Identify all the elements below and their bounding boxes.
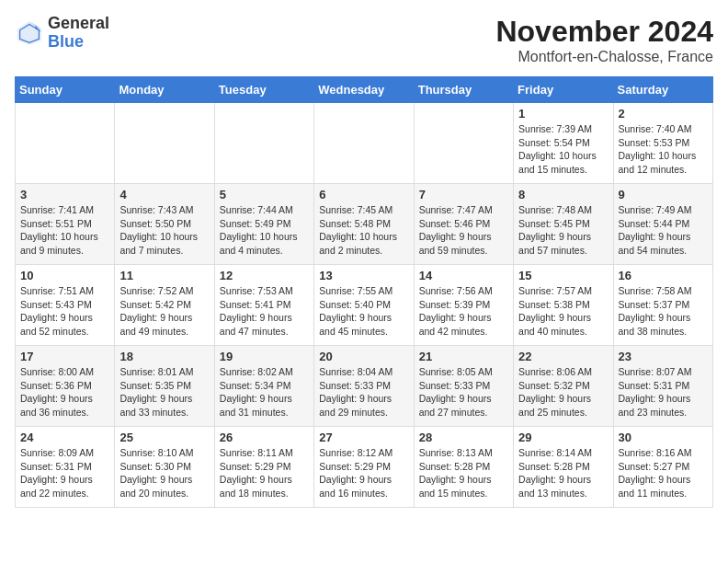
day-info: Sunrise: 8:14 AMSunset: 5:28 PMDaylight:… bbox=[518, 446, 608, 500]
day-info: Sunrise: 8:07 AMSunset: 5:31 PMDaylight:… bbox=[619, 365, 708, 419]
day-number: 4 bbox=[119, 188, 209, 201]
header-tuesday: Tuesday bbox=[214, 77, 313, 103]
table-row: 26 Sunrise: 8:11 AMSunset: 5:29 PMDaylig… bbox=[214, 427, 313, 508]
day-number: 3 bbox=[20, 188, 109, 201]
table-row: 8 Sunrise: 7:48 AMSunset: 5:45 PMDayligh… bbox=[514, 184, 613, 265]
table-row: 15 Sunrise: 7:57 AMSunset: 5:38 PMDaylig… bbox=[514, 265, 613, 346]
table-row bbox=[115, 103, 214, 184]
table-row: 3 Sunrise: 7:41 AMSunset: 5:51 PMDayligh… bbox=[16, 184, 115, 265]
header-sunday: Sunday bbox=[16, 77, 115, 103]
day-number: 5 bbox=[220, 188, 309, 201]
day-number: 21 bbox=[419, 350, 508, 363]
day-number: 26 bbox=[220, 431, 309, 444]
day-info: Sunrise: 8:11 AMSunset: 5:29 PMDaylight:… bbox=[220, 446, 309, 500]
day-number: 29 bbox=[518, 431, 608, 444]
table-row: 13 Sunrise: 7:55 AMSunset: 5:40 PMDaylig… bbox=[314, 265, 414, 346]
calendar-week-row: 1 Sunrise: 7:39 AMSunset: 5:54 PMDayligh… bbox=[16, 103, 713, 184]
day-info: Sunrise: 8:10 AMSunset: 5:30 PMDaylight:… bbox=[119, 446, 209, 500]
day-number: 13 bbox=[319, 269, 408, 282]
day-info: Sunrise: 7:45 AMSunset: 5:48 PMDaylight:… bbox=[319, 203, 408, 258]
day-number: 28 bbox=[419, 431, 508, 444]
table-row: 24 Sunrise: 8:09 AMSunset: 5:31 PMDaylig… bbox=[16, 427, 115, 508]
table-row: 5 Sunrise: 7:44 AMSunset: 5:49 PMDayligh… bbox=[214, 184, 313, 265]
table-row: 27 Sunrise: 8:12 AMSunset: 5:29 PMDaylig… bbox=[314, 427, 414, 508]
day-number: 16 bbox=[619, 269, 708, 282]
day-number: 17 bbox=[20, 350, 109, 363]
day-info: Sunrise: 8:02 AMSunset: 5:34 PMDaylight:… bbox=[220, 365, 309, 419]
day-number: 8 bbox=[518, 188, 608, 201]
day-info: Sunrise: 8:12 AMSunset: 5:29 PMDaylight:… bbox=[319, 446, 408, 500]
day-number: 20 bbox=[319, 350, 408, 363]
page-header: General Blue November 2024 Montfort-en-C… bbox=[15, 15, 713, 65]
day-info: Sunrise: 8:05 AMSunset: 5:33 PMDaylight:… bbox=[419, 365, 508, 419]
day-info: Sunrise: 7:51 AMSunset: 5:43 PMDaylight:… bbox=[20, 284, 109, 339]
header-saturday: Saturday bbox=[613, 77, 712, 103]
table-row: 11 Sunrise: 7:52 AMSunset: 5:42 PMDaylig… bbox=[115, 265, 214, 346]
header-wednesday: Wednesday bbox=[314, 77, 414, 103]
day-info: Sunrise: 8:00 AMSunset: 5:36 PMDaylight:… bbox=[20, 365, 109, 419]
table-row: 4 Sunrise: 7:43 AMSunset: 5:50 PMDayligh… bbox=[115, 184, 214, 265]
table-row: 28 Sunrise: 8:13 AMSunset: 5:28 PMDaylig… bbox=[414, 427, 513, 508]
day-number: 10 bbox=[20, 269, 109, 282]
day-number: 23 bbox=[619, 350, 708, 363]
day-info: Sunrise: 7:52 AMSunset: 5:42 PMDaylight:… bbox=[119, 284, 209, 339]
table-row bbox=[214, 103, 313, 184]
logo: General Blue bbox=[15, 15, 109, 52]
day-info: Sunrise: 7:57 AMSunset: 5:38 PMDaylight:… bbox=[518, 284, 608, 339]
day-number: 6 bbox=[319, 188, 408, 201]
table-row: 9 Sunrise: 7:49 AMSunset: 5:44 PMDayligh… bbox=[613, 184, 712, 265]
table-row: 19 Sunrise: 8:02 AMSunset: 5:34 PMDaylig… bbox=[214, 346, 313, 427]
table-row: 30 Sunrise: 8:16 AMSunset: 5:27 PMDaylig… bbox=[613, 427, 712, 508]
day-number: 30 bbox=[619, 431, 708, 444]
table-row bbox=[314, 103, 414, 184]
calendar-table: Sunday Monday Tuesday Wednesday Thursday… bbox=[15, 76, 713, 508]
table-row: 16 Sunrise: 7:58 AMSunset: 5:37 PMDaylig… bbox=[613, 265, 712, 346]
calendar-header-row: Sunday Monday Tuesday Wednesday Thursday… bbox=[16, 77, 713, 103]
day-info: Sunrise: 8:13 AMSunset: 5:28 PMDaylight:… bbox=[419, 446, 508, 500]
header-monday: Monday bbox=[115, 77, 214, 103]
table-row: 12 Sunrise: 7:53 AMSunset: 5:41 PMDaylig… bbox=[214, 265, 313, 346]
day-number: 14 bbox=[419, 269, 508, 282]
day-number: 27 bbox=[319, 431, 408, 444]
table-row bbox=[414, 103, 513, 184]
day-info: Sunrise: 7:40 AMSunset: 5:53 PMDaylight:… bbox=[619, 122, 708, 177]
day-info: Sunrise: 8:06 AMSunset: 5:32 PMDaylight:… bbox=[518, 365, 608, 419]
table-row: 10 Sunrise: 7:51 AMSunset: 5:43 PMDaylig… bbox=[16, 265, 115, 346]
day-info: Sunrise: 7:56 AMSunset: 5:39 PMDaylight:… bbox=[419, 284, 508, 339]
day-info: Sunrise: 7:39 AMSunset: 5:54 PMDaylight:… bbox=[518, 122, 608, 177]
header-friday: Friday bbox=[514, 77, 613, 103]
table-row: 20 Sunrise: 8:04 AMSunset: 5:33 PMDaylig… bbox=[314, 346, 414, 427]
day-info: Sunrise: 8:01 AMSunset: 5:35 PMDaylight:… bbox=[119, 365, 209, 419]
day-info: Sunrise: 7:48 AMSunset: 5:45 PMDaylight:… bbox=[518, 203, 608, 258]
day-info: Sunrise: 7:44 AMSunset: 5:49 PMDaylight:… bbox=[220, 203, 309, 258]
day-info: Sunrise: 7:58 AMSunset: 5:37 PMDaylight:… bbox=[619, 284, 708, 339]
month-title: November 2024 bbox=[495, 15, 713, 49]
day-number: 15 bbox=[518, 269, 608, 282]
logo-text: General Blue bbox=[48, 15, 109, 52]
logo-icon bbox=[15, 18, 44, 48]
table-row: 14 Sunrise: 7:56 AMSunset: 5:39 PMDaylig… bbox=[414, 265, 513, 346]
calendar-week-row: 10 Sunrise: 7:51 AMSunset: 5:43 PMDaylig… bbox=[16, 265, 713, 346]
calendar-week-row: 3 Sunrise: 7:41 AMSunset: 5:51 PMDayligh… bbox=[16, 184, 713, 265]
day-info: Sunrise: 8:04 AMSunset: 5:33 PMDaylight:… bbox=[319, 365, 408, 419]
day-info: Sunrise: 7:43 AMSunset: 5:50 PMDaylight:… bbox=[119, 203, 209, 258]
table-row: 25 Sunrise: 8:10 AMSunset: 5:30 PMDaylig… bbox=[115, 427, 214, 508]
table-row: 1 Sunrise: 7:39 AMSunset: 5:54 PMDayligh… bbox=[514, 103, 613, 184]
day-info: Sunrise: 7:55 AMSunset: 5:40 PMDaylight:… bbox=[319, 284, 408, 339]
day-info: Sunrise: 8:09 AMSunset: 5:31 PMDaylight:… bbox=[20, 446, 109, 500]
table-row: 22 Sunrise: 8:06 AMSunset: 5:32 PMDaylig… bbox=[514, 346, 613, 427]
day-info: Sunrise: 7:49 AMSunset: 5:44 PMDaylight:… bbox=[619, 203, 708, 258]
day-number: 25 bbox=[119, 431, 209, 444]
day-number: 19 bbox=[220, 350, 309, 363]
location-title: Montfort-en-Chalosse, France bbox=[495, 49, 713, 65]
calendar-week-row: 24 Sunrise: 8:09 AMSunset: 5:31 PMDaylig… bbox=[16, 427, 713, 508]
day-number: 24 bbox=[20, 431, 109, 444]
title-area: November 2024 Montfort-en-Chalosse, Fran… bbox=[495, 15, 713, 65]
day-info: Sunrise: 8:16 AMSunset: 5:27 PMDaylight:… bbox=[619, 446, 708, 500]
day-number: 12 bbox=[220, 269, 309, 282]
day-number: 7 bbox=[419, 188, 508, 201]
table-row: 6 Sunrise: 7:45 AMSunset: 5:48 PMDayligh… bbox=[314, 184, 414, 265]
day-info: Sunrise: 7:41 AMSunset: 5:51 PMDaylight:… bbox=[20, 203, 109, 258]
table-row bbox=[16, 103, 115, 184]
day-number: 18 bbox=[119, 350, 209, 363]
